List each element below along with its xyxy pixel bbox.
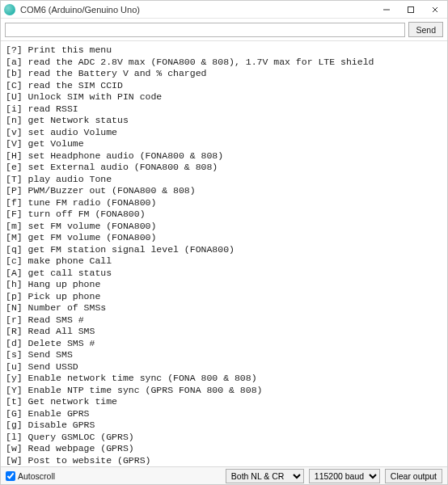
line-ending-select[interactable]: No line endingNewlineCarriage returnBoth… bbox=[226, 469, 304, 483]
autoscroll-text: Autoscroll bbox=[18, 471, 55, 481]
send-button[interactable]: Send bbox=[408, 22, 443, 37]
minimize-button[interactable] bbox=[374, 1, 399, 18]
app-icon bbox=[4, 4, 15, 15]
autoscroll-label[interactable]: Autoscroll bbox=[6, 471, 55, 481]
svg-rect-1 bbox=[408, 6, 414, 12]
statusbar: Autoscroll No line endingNewlineCarriage… bbox=[1, 466, 447, 484]
autoscroll-checkbox[interactable] bbox=[6, 471, 15, 481]
baud-select[interactable]: 9600 baud19200 baud38400 baud57600 baud1… bbox=[309, 469, 380, 483]
serial-input[interactable] bbox=[5, 23, 405, 37]
send-row: Send bbox=[1, 19, 447, 41]
titlebar: COM6 (Arduino/Genuino Uno) bbox=[1, 1, 447, 19]
window-controls bbox=[374, 1, 447, 18]
window-title: COM6 (Arduino/Genuino Uno) bbox=[20, 5, 374, 15]
close-button[interactable] bbox=[423, 1, 447, 18]
maximize-button[interactable] bbox=[399, 1, 423, 18]
clear-output-button[interactable]: Clear output bbox=[385, 469, 442, 483]
console-wrap: [?] Print this menu [a] read the ADC 2.8… bbox=[1, 41, 447, 466]
console-output[interactable]: [?] Print this menu [a] read the ADC 2.8… bbox=[1, 41, 447, 466]
